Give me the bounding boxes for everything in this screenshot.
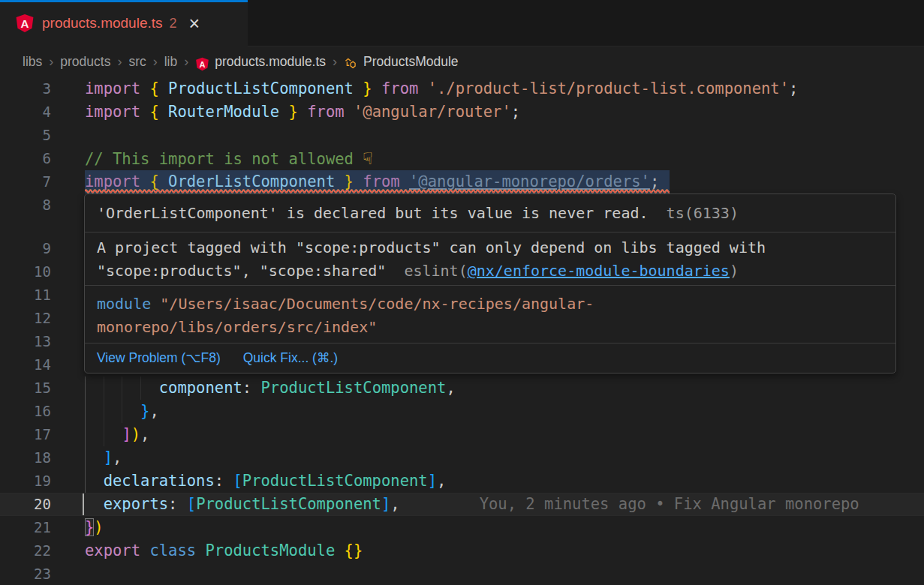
token-pun: ; <box>511 103 520 121</box>
code-line-18[interactable]: 18 ], <box>0 446 924 470</box>
breadcrumb-item-symbol[interactable]: ProductsModule <box>363 54 458 70</box>
line-content[interactable]: exports: [ProductListComponent],You, 2 m… <box>85 493 859 516</box>
code-line-23[interactable]: 23 <box>0 562 924 585</box>
close-icon[interactable]: × <box>189 14 200 33</box>
line-number: 10 <box>0 260 51 284</box>
token-type: ProductListComponent <box>242 472 428 490</box>
line-content[interactable]: }) <box>85 516 104 539</box>
line-content[interactable]: import { RouterModule } from '@angular/r… <box>85 100 520 124</box>
token-b1: } <box>354 80 372 98</box>
token-pun: , <box>390 495 399 513</box>
token-pun <box>85 472 104 490</box>
code-line-22[interactable]: 22export class ProductsModule {} <box>0 539 924 562</box>
svg-text:A: A <box>200 60 206 69</box>
token-b1: ) <box>131 425 140 443</box>
active-tab-indicator <box>0 0 248 2</box>
code-line-20[interactable]: 20 exports: [ProductListComponent],You, … <box>0 493 924 516</box>
token-b1: ) <box>94 518 103 536</box>
line-number: 8 <box>0 194 51 217</box>
token-kw: export <box>85 542 149 560</box>
token-kw: import <box>85 103 149 121</box>
token-b3: ] <box>381 495 390 513</box>
token-b3: ] <box>104 448 113 466</box>
token-type: ProductListComponent <box>261 379 447 397</box>
breadcrumb-item-src[interactable]: src <box>128 54 146 70</box>
token-kw: import <box>85 172 149 190</box>
line-number: 5 <box>0 124 51 147</box>
line-content[interactable]: // This import is not allowed ☟ <box>85 147 373 171</box>
token-b1: } <box>279 103 298 121</box>
hover-action-bar: View Problem (⌥F8) Quick Fix... (⌘.) <box>85 343 895 373</box>
token-var: ProductListComponent <box>168 80 354 98</box>
line-number: 23 <box>0 562 51 585</box>
token-b2: ] <box>122 425 131 443</box>
token-pun: , <box>149 402 158 420</box>
token-kw2: class <box>149 542 205 560</box>
token-var: declarations <box>104 472 215 490</box>
breadcrumb-item-lib[interactable]: lib <box>164 54 178 70</box>
line-content[interactable]: ]), <box>85 423 149 446</box>
token-type: ProductsModule <box>205 542 344 560</box>
breadcrumb-item-libs[interactable]: libs <box>23 54 42 70</box>
token-b1: {} <box>345 542 363 560</box>
pointing-down-hand-icon: ☟ <box>363 149 372 168</box>
line-number: 11 <box>0 284 51 307</box>
line-number: 3 <box>0 77 51 100</box>
code-line-19[interactable]: 19 declarations: [ProductListComponent], <box>0 470 924 493</box>
quick-fix-action[interactable]: Quick Fix... (⌘.) <box>243 350 338 366</box>
line-number: 4 <box>0 100 51 124</box>
line-content[interactable]: component: ProductListComponent, <box>85 376 456 400</box>
chevron-right-icon: › <box>117 54 122 70</box>
line-content[interactable]: }, <box>85 400 159 423</box>
code-line-7[interactable]: 7import { OrderListComponent } from '@an… <box>0 170 924 194</box>
token-pun: , <box>113 448 122 466</box>
token-pun: : <box>215 472 233 490</box>
angular-icon: A <box>15 14 35 33</box>
token-b1: { <box>149 172 168 190</box>
line-content[interactable]: import { ProductListComponent } from './… <box>85 77 798 100</box>
token-b1: { <box>149 80 168 98</box>
token-pun: ; <box>789 80 798 98</box>
line-number: 20 <box>0 493 51 516</box>
diagnostic-source <box>658 204 667 222</box>
code-line-6[interactable]: 6// This import is not allowed ☟ <box>0 147 924 170</box>
token-kw: import <box>85 80 149 98</box>
view-problem-action[interactable]: View Problem (⌥F8) <box>97 350 221 366</box>
token-b1: } <box>335 172 354 190</box>
token-str: './product-list/product-list.component' <box>428 80 789 98</box>
token-pun <box>85 402 140 420</box>
line-content[interactable]: ], <box>85 446 122 470</box>
symbol-class-icon <box>344 57 358 71</box>
token-str: '@angular/router' <box>354 103 511 121</box>
line-number: 16 <box>0 400 51 423</box>
code-line-3[interactable]: 3import { ProductListComponent } from '.… <box>0 77 924 100</box>
line-content[interactable]: export class ProductsModule {} <box>85 539 363 562</box>
token-b3: [ <box>187 495 196 513</box>
code-line-21[interactable]: 21}) <box>0 516 924 539</box>
line-number: 21 <box>0 516 51 539</box>
token-cmt: // This import is not allowed <box>85 150 363 168</box>
code-line-16[interactable]: 16 }, <box>0 400 924 423</box>
eslint-rule-link[interactable]: @nx/enforce-module-boundaries <box>468 262 730 280</box>
token-pun: , <box>140 425 149 443</box>
line-number: 15 <box>0 376 51 400</box>
chevron-right-icon: › <box>153 54 158 70</box>
line-number: 12 <box>0 307 51 330</box>
code-line-5[interactable]: 5 <box>0 124 924 147</box>
token-type: ProductListComponent <box>196 495 381 513</box>
code-line-15[interactable]: 15 component: ProductListComponent, <box>0 376 924 400</box>
breadcrumb-item-products[interactable]: products <box>60 54 110 70</box>
line-content[interactable]: declarations: [ProductListComponent], <box>85 470 446 493</box>
line-number: 19 <box>0 470 51 493</box>
code-line-4[interactable]: 4import { RouterModule } from '@angular/… <box>0 100 924 124</box>
code-line-17[interactable]: 17 ]), <box>0 423 924 446</box>
line-number: 18 <box>0 446 51 470</box>
token-pun <box>85 425 122 443</box>
line-number: 13 <box>0 330 51 353</box>
tab-products-module[interactable]: A products.module.ts 2 × <box>0 0 248 46</box>
token-pun <box>85 495 104 513</box>
line-number: 6 <box>0 147 51 170</box>
chevron-right-icon: › <box>333 54 337 70</box>
eslint-diagnostic-message: A project tagged with "scope:products" c… <box>85 232 895 285</box>
breadcrumb-item-file[interactable]: products.module.ts <box>215 54 326 70</box>
